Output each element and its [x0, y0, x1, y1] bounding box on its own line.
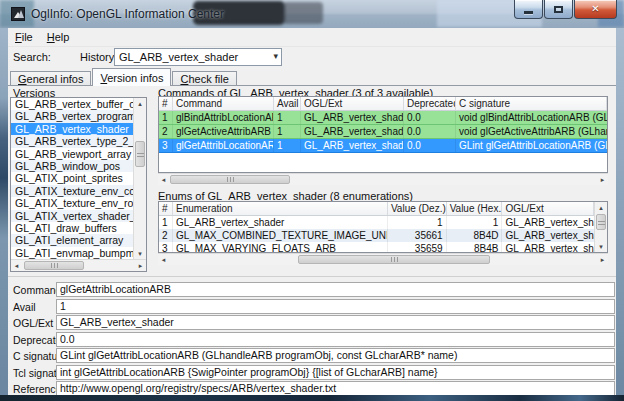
- column-header[interactable]: Value (Hex.): [447, 202, 503, 215]
- reference-link-field[interactable]: http://www.opengl.org/registry/specs/ARB…: [56, 381, 615, 395]
- enums-rows: # Enumeration Value (Dez.) Value (Hex.) …: [159, 202, 594, 252]
- cell: GL_ARB_vertex_shader: [502, 242, 594, 252]
- avail-field[interactable]: 1: [56, 299, 615, 314]
- table-row[interactable]: 1 GL_ARB_vertex_shader 1 1 GL_ARB_vertex…: [159, 216, 594, 229]
- versions-listbox: GL_ARB_vertex_buffer_object GL_ARB_verte…: [10, 97, 147, 272]
- scroll-down-icon[interactable]: ▾: [134, 248, 146, 259]
- versions-horizontal-scrollbar[interactable]: ◂ ▸: [11, 259, 146, 271]
- command-field[interactable]: glGetAttribLocationARB: [56, 282, 615, 297]
- minimize-button[interactable]: [514, 0, 543, 19]
- list-item[interactable]: GL_ATIX_vertex_shader_output_point_size: [11, 210, 133, 222]
- list-item[interactable]: GL_ARB_window_pos: [11, 160, 133, 172]
- history-combobox[interactable]: GL_ARB_vertex_shader ▾: [114, 48, 282, 66]
- detail-label: Command: [13, 284, 61, 296]
- title-bar[interactable]: OglInfo: OpenGL Information Center ✕: [0, 0, 624, 29]
- scroll-up-icon[interactable]: ▴: [595, 202, 607, 213]
- tcl-signature-field[interactable]: int glGetAttribLocationARB {SwigPointer …: [56, 365, 615, 380]
- table-row-selected[interactable]: 3 glGetAttribLocationARB 1 GL_ARB_vertex…: [159, 139, 607, 153]
- close-icon: ✕: [591, 4, 599, 14]
- column-header[interactable]: Enumeration: [173, 202, 388, 215]
- thumb-grip: [51, 263, 58, 268]
- tab-version-infos[interactable]: Version infos: [92, 68, 171, 86]
- column-header[interactable]: #: [159, 97, 173, 110]
- column-header[interactable]: Command: [173, 97, 274, 110]
- scroll-down-icon[interactable]: ▾: [595, 241, 607, 252]
- scrollbar-thumb[interactable]: [135, 141, 145, 167]
- scrollbar-thumb[interactable]: [596, 214, 606, 230]
- scrollbar-thumb[interactable]: [298, 255, 490, 264]
- cell: GL_ARB_vertex_shader: [502, 229, 594, 242]
- thumb-grip: [227, 177, 234, 182]
- cell: 0.0: [404, 139, 456, 152]
- menu-help[interactable]: Help: [40, 29, 77, 45]
- cell: 1: [447, 216, 503, 229]
- ogl-ext-field[interactable]: GL_ARB_vertex_shader: [56, 315, 615, 330]
- scrollbar-thumb[interactable]: [24, 261, 84, 270]
- table-row[interactable]: 3 GL_MAX_VARYING_FLOATS_ARB 35659 8B4B G…: [159, 242, 594, 252]
- table-row[interactable]: 2 glGetActiveAttribARB 1 GL_ARB_vertex_s…: [159, 125, 607, 139]
- column-header[interactable]: #: [159, 202, 173, 215]
- cell: 1: [274, 125, 301, 138]
- cell: 3: [159, 242, 173, 252]
- list-item[interactable]: GL_ATI_draw_buffers: [11, 222, 133, 234]
- menu-file[interactable]: File: [8, 29, 40, 45]
- window-border-bottom: [0, 395, 624, 401]
- tab-general-infos[interactable]: General infos: [10, 71, 91, 86]
- list-item[interactable]: GL_ATIX_texture_env_combine3: [11, 185, 133, 197]
- column-header[interactable]: Avail: [274, 97, 301, 110]
- commands-header-row: # Command Avail OGL/Ext Deprecated C sig…: [159, 97, 607, 111]
- tab-check-file[interactable]: Check file: [172, 71, 236, 86]
- cell: 3: [159, 139, 173, 152]
- close-button[interactable]: ✕: [574, 0, 617, 19]
- window-border-left: [0, 28, 8, 395]
- scrollbar-thumb[interactable]: [170, 175, 290, 184]
- application-window: OglInfo: OpenGL Information Center ✕ Fil…: [0, 0, 624, 401]
- search-label: Search:: [13, 51, 51, 63]
- minimize-icon: [524, 11, 533, 14]
- column-header[interactable]: Deprecated: [404, 97, 456, 110]
- table-row[interactable]: 2 GL_MAX_COMBINED_TEXTURE_IMAGE_UNITS_AR…: [159, 229, 594, 242]
- column-header[interactable]: Value (Dez.): [388, 202, 447, 215]
- menu-bar: File Help: [8, 28, 616, 47]
- table-row[interactable]: 1 glBindAttribLocationARB 1 GL_ARB_verte…: [159, 111, 607, 125]
- cell: GL_ARB_vertex_shader: [301, 125, 404, 138]
- list-item[interactable]: GL_ARB_vertex_buffer_object: [11, 98, 133, 110]
- window-title: OglInfo: OpenGL Information Center: [31, 7, 224, 21]
- cell: GLint glGetAttribLocationARB (GLhandleAR…: [456, 139, 607, 152]
- list-item[interactable]: GL_ATIX_texture_env_route: [11, 197, 133, 209]
- scroll-left-icon[interactable]: ◂: [11, 260, 22, 271]
- maximize-button[interactable]: [544, 0, 573, 19]
- column-header[interactable]: OGL/Ext: [502, 202, 594, 215]
- list-item[interactable]: GL_ARB_vertex_type_2_10_10_10_rev: [11, 135, 133, 147]
- cell: GL_ARB_vertex_shader: [173, 216, 388, 229]
- column-header[interactable]: C signature: [456, 97, 607, 110]
- versions-vertical-scrollbar[interactable]: ▴ ▾: [133, 98, 146, 259]
- list-item[interactable]: GL_ATIX_point_sprites: [11, 172, 133, 184]
- scroll-up-icon[interactable]: ▴: [134, 98, 146, 109]
- enums-header-row: # Enumeration Value (Dez.) Value (Hex.) …: [159, 202, 594, 216]
- list-item[interactable]: GL_ATI_envmap_bumpmap: [11, 247, 133, 259]
- detail-row: OGL/Ext GL_ARB_vertex_shader: [8, 315, 616, 331]
- enums-vertical-scrollbar[interactable]: ▴ ▾: [594, 202, 607, 252]
- scroll-right-icon[interactable]: ▸: [135, 260, 146, 271]
- enums-horizontal-scrollbar[interactable]: ◂ ▸: [158, 253, 608, 265]
- history-label: History:: [80, 51, 117, 63]
- tab-strip: General infos Version infos Check file: [10, 68, 614, 86]
- scroll-right-icon[interactable]: ▸: [597, 174, 608, 185]
- deprecated-field[interactable]: 0.0: [56, 332, 615, 347]
- c-signature-field[interactable]: GLint glGetAttribLocationARB (GLhandleAR…: [56, 348, 615, 363]
- cell: GL_ARB_vertex_shader: [502, 216, 594, 229]
- scroll-left-icon[interactable]: ◂: [158, 174, 169, 185]
- list-item[interactable]: GL_ARB_viewport_array: [11, 148, 133, 160]
- commands-horizontal-scrollbar[interactable]: ◂ ▸: [158, 173, 608, 185]
- chevron-down-icon[interactable]: ▾: [273, 51, 278, 61]
- column-header[interactable]: OGL/Ext: [301, 97, 404, 110]
- window-border-right: [616, 28, 624, 395]
- list-item[interactable]: GL_ARB_vertex_program: [11, 110, 133, 122]
- detail-row: Deprecated 0.0: [8, 332, 616, 348]
- detail-row: Command glGetAttribLocationARB: [8, 282, 616, 298]
- list-item[interactable]: GL_ATI_element_array: [11, 234, 133, 246]
- scroll-left-icon[interactable]: ◂: [158, 254, 169, 265]
- scroll-right-icon[interactable]: ▸: [597, 254, 608, 265]
- list-item-selected[interactable]: GL_ARB_vertex_shader: [11, 123, 133, 135]
